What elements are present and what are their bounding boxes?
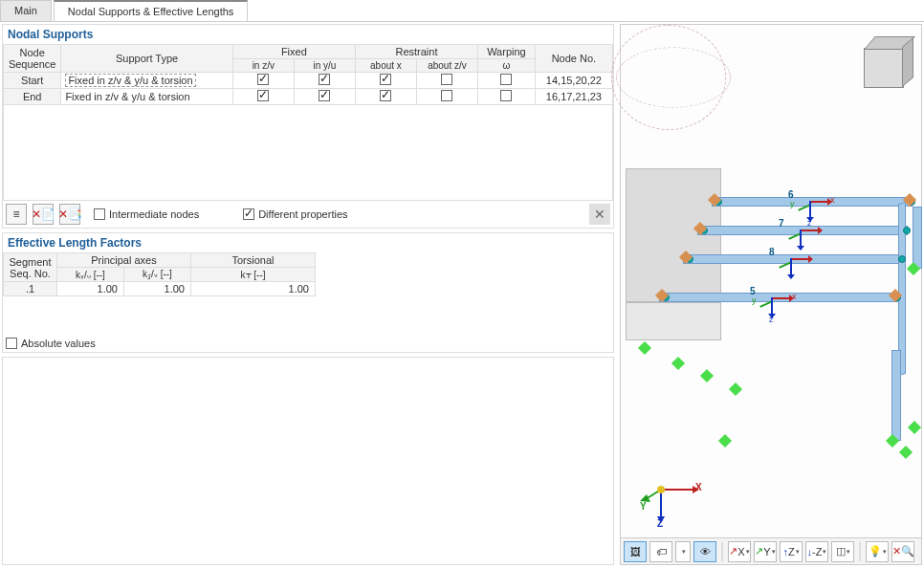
- check-yu-end[interactable]: [319, 90, 330, 101]
- label-button[interactable]: 🏷: [649, 541, 672, 562]
- col-kt: kᴛ [--]: [191, 268, 316, 282]
- axis-label-y: Y: [640, 501, 647, 512]
- checkbox-icon: [6, 338, 17, 349]
- check-ax-start[interactable]: [380, 74, 391, 85]
- col-about-zv: about z/v: [416, 59, 477, 73]
- table-row[interactable]: End Fixed in z/v & y/u & torsion 16,17,2…: [4, 89, 613, 105]
- col-kyu: kᵧ/ᵤ [--]: [57, 268, 124, 282]
- col-warping: Warping: [478, 45, 536, 59]
- table-row[interactable]: Start Fixed in z/v & y/u & torsion 14,15…: [4, 73, 613, 89]
- check-zv-start[interactable]: [257, 74, 269, 85]
- check-ax-end[interactable]: [380, 90, 391, 101]
- cell-seq-end: End: [4, 89, 61, 105]
- axis-y-button[interactable]: ↗Y: [754, 541, 777, 562]
- delete-all-button[interactable]: ✕📑: [59, 204, 80, 225]
- axis-legend: X Y Z: [640, 461, 707, 530]
- close-button[interactable]: ✕: [589, 204, 610, 225]
- nodal-supports-section: Nodal Supports Node Sequence Support Typ…: [2, 24, 614, 229]
- cell-type-end[interactable]: Fixed in z/v & y/u & torsion: [61, 89, 232, 105]
- check-yu-start[interactable]: [319, 74, 330, 85]
- visibility-button[interactable]: 👁: [693, 541, 716, 562]
- cell-kyu[interactable]: 1.00: [57, 282, 124, 296]
- col-torsional: Torsional: [191, 253, 316, 268]
- intermediate-nodes-checkbox[interactable]: Intermediate nodes: [94, 208, 199, 220]
- check-azv-end[interactable]: [441, 90, 452, 101]
- tab-nodal-supports[interactable]: Nodal Supports & Effective Lengths: [54, 0, 248, 21]
- iso-view-button[interactable]: ◫: [831, 541, 854, 562]
- view-mode-button[interactable]: 🖼: [624, 541, 647, 562]
- zoom-button[interactable]: ✕🔍: [891, 541, 914, 562]
- col-support-type: Support Type: [61, 45, 232, 73]
- col-about-x: about x: [355, 59, 416, 73]
- tab-bar: Main Nodal Supports & Effective Lengths: [0, 0, 924, 22]
- svg-point-6: [657, 486, 665, 493]
- absolute-values-checkbox[interactable]: Absolute values: [6, 338, 96, 349]
- check-azv-start[interactable]: [441, 74, 452, 85]
- cell-kzv[interactable]: 1.00: [124, 282, 191, 296]
- cell-nodes-start: 14,15,20,22: [535, 73, 612, 89]
- edit-button[interactable]: ≡: [6, 204, 27, 225]
- check-w-start[interactable]: [500, 74, 512, 85]
- member-label-8: 8: [769, 247, 775, 257]
- axis-z-button[interactable]: ↑Z: [780, 541, 803, 562]
- col-omega: ω: [478, 59, 536, 73]
- axis-label-z: Z: [657, 518, 663, 529]
- structure-model: 6 7 8 5 x y z x y z: [630, 149, 912, 398]
- lighting-button[interactable]: 💡: [866, 541, 889, 562]
- checkbox-icon: [243, 208, 254, 220]
- checkbox-icon: [94, 208, 105, 220]
- col-seg-seq: Segment Seq. No.: [4, 253, 57, 282]
- col-in-yu: in y/u: [294, 59, 355, 73]
- table-row[interactable]: .1 1.00 1.00 1.00: [4, 282, 614, 296]
- col-kzv: k𝓏/ᵥ [--]: [124, 268, 191, 282]
- col-principal: Principal axes: [57, 253, 191, 268]
- nodal-supports-toolbar: ≡ ✕📄 ✕📑 Intermediate nodes Different pro…: [3, 201, 613, 228]
- dropdown-button[interactable]: [675, 541, 691, 562]
- check-zv-end[interactable]: [257, 90, 269, 101]
- check-w-end[interactable]: [500, 90, 512, 101]
- nodal-supports-table: Node Sequence Support Type Fixed Restrai…: [3, 44, 613, 201]
- col-restraint: Restraint: [355, 45, 477, 59]
- col-node-no: Node No.: [535, 45, 612, 73]
- delete-row-button[interactable]: ✕📄: [33, 204, 54, 225]
- effective-length-title: Effective Length Factors: [3, 233, 613, 252]
- col-fixed: Fixed: [232, 45, 355, 59]
- cell-kt[interactable]: 1.00: [191, 282, 316, 296]
- empty-panel: [2, 357, 614, 566]
- nodal-supports-title: Nodal Supports: [3, 25, 613, 44]
- axis-x-button[interactable]: ↗X: [728, 541, 751, 562]
- different-properties-checkbox[interactable]: Different properties: [243, 208, 347, 220]
- cell-seq-start: Start: [4, 73, 61, 89]
- effective-length-table: Segment Seq. No. Principal axes Torsiona…: [3, 252, 613, 335]
- viewport-3d[interactable]: 6 7 8 5 x y z x y z: [620, 24, 922, 565]
- effective-length-section: Effective Length Factors Segment Seq. No…: [2, 232, 614, 353]
- axis-nz-button[interactable]: ↓-Z: [805, 541, 828, 562]
- col-node-seq: Node Sequence: [4, 45, 61, 73]
- cell-type-start[interactable]: Fixed in z/v & y/u & torsion: [61, 73, 232, 89]
- tab-main[interactable]: Main: [0, 0, 52, 21]
- nav-cube[interactable]: [854, 34, 912, 92]
- col-in-zv: in z/v: [232, 59, 294, 73]
- axis-label-x: X: [695, 482, 702, 492]
- member-label-7: 7: [779, 218, 784, 229]
- cell-nodes-end: 16,17,21,23: [535, 89, 612, 105]
- viewport-toolbar: 🖼 🏷 👁 ↗X ↗Y ↑Z ↓-Z ◫ 💡 ✕🔍: [621, 537, 921, 564]
- cell-seg: .1: [4, 282, 57, 296]
